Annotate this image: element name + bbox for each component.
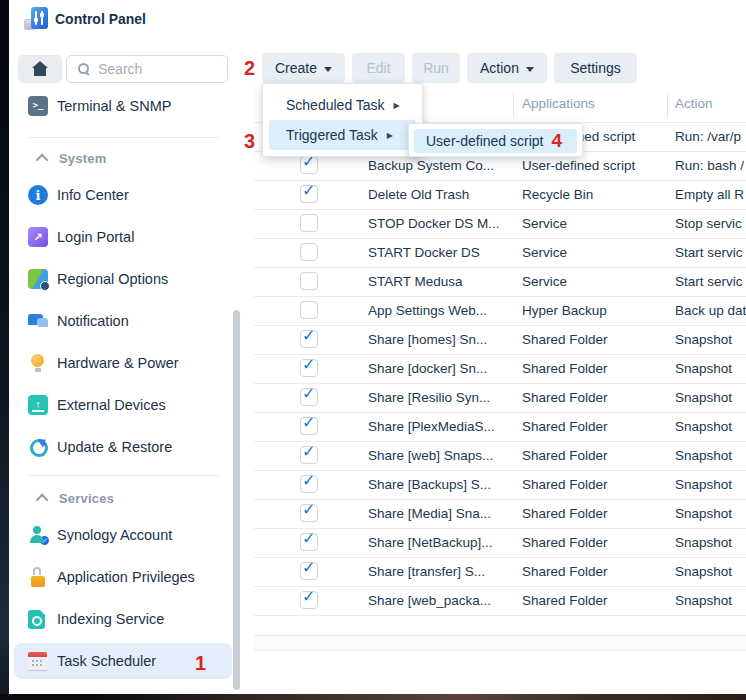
menu-item-triggered-task[interactable]: Triggered Task	[269, 120, 416, 150]
checkbox-checked[interactable]	[300, 591, 318, 609]
sidebar-item-label: Update & Restore	[57, 439, 172, 455]
settings-button[interactable]: Settings	[554, 53, 637, 83]
applications-cell: Shared Folder	[522, 470, 668, 499]
checkbox-checked[interactable]	[300, 533, 318, 551]
control-panel-icon	[24, 7, 48, 31]
table-row[interactable]: Share [NetBackup]...Shared FolderSnapsho…	[254, 528, 746, 558]
edit-button: Edit	[352, 53, 405, 83]
checkbox-checked[interactable]	[300, 417, 318, 435]
column-separator	[667, 93, 668, 117]
sidebar-section-system[interactable]: System	[9, 148, 246, 168]
annotation-2: 2	[244, 58, 255, 78]
menu-item-scheduled-task[interactable]: Scheduled Task	[269, 90, 416, 120]
table-row[interactable]: Share [transfer] S...Shared FolderSnapsh…	[254, 557, 746, 587]
checkbox-checked[interactable]	[300, 562, 318, 580]
external-devices-icon	[28, 395, 48, 415]
task-name-cell: START Docker DS	[368, 238, 516, 267]
checkbox-checked[interactable]	[300, 359, 318, 377]
table-row[interactable]: START MedusaServiceStart servic	[254, 267, 746, 297]
table-row[interactable]: Share [PlexMediaS...Shared FolderSnapsho…	[254, 412, 746, 442]
checkbox-checked[interactable]	[300, 156, 318, 174]
table-row[interactable]: START Docker DSServiceStart servic	[254, 238, 746, 268]
sidebar-item-notification[interactable]: Notification	[9, 304, 246, 338]
create-button[interactable]: Create	[262, 53, 345, 83]
action-cell: Snapshot	[675, 470, 732, 499]
sidebar-item-label: Application Privileges	[57, 569, 195, 585]
sidebar-item-hardware-power[interactable]: Hardware & Power	[9, 346, 246, 380]
sidebar-item-label: Login Portal	[57, 229, 134, 245]
titlebar: Control Panel	[9, 0, 746, 39]
section-label: System	[59, 151, 106, 166]
sidebar-item-indexing-service[interactable]: Indexing Service	[9, 602, 246, 636]
task-name-cell: Share [Resilio Syn...	[368, 383, 516, 412]
checkbox-unchecked[interactable]	[300, 243, 318, 261]
sidebar-item-regional-options[interactable]: Regional Options	[9, 262, 246, 296]
action-cell: Empty all R	[675, 180, 744, 209]
table-row[interactable]: Share [docker] Sn...Shared FolderSnapsho…	[254, 354, 746, 384]
indexing-service-icon	[28, 610, 45, 629]
sidebar-item-synology-account[interactable]: Synology Account	[9, 518, 246, 552]
table-row[interactable]: STOP Docker DS M...ServiceStop servic	[254, 209, 746, 239]
table-row[interactable]: Delete Old TrashRecycle BinEmpty all R	[254, 180, 746, 210]
button-label: Create	[275, 60, 317, 76]
menu-item-user-defined-script[interactable]: User-defined script 4	[414, 129, 577, 153]
column-header-action[interactable]: Action	[675, 96, 713, 111]
sidebar-section-services[interactable]: Services	[9, 488, 246, 508]
regional-options-icon	[28, 269, 48, 289]
table-row[interactable]: Share [Media] Sna...Shared FolderSnapsho…	[254, 499, 746, 529]
button-label: Run	[423, 60, 449, 76]
chevron-up-icon	[36, 153, 49, 166]
table-row[interactable]: Share [Resilio Syn...Shared FolderSnapsh…	[254, 383, 746, 413]
checkbox-unchecked[interactable]	[300, 214, 318, 232]
checkbox-checked[interactable]	[300, 446, 318, 464]
sidebar-section-divider	[27, 475, 219, 476]
sidebar-item-info-center[interactable]: Info Center	[9, 178, 246, 212]
checkbox-checked[interactable]	[300, 330, 318, 348]
checkbox-checked[interactable]	[300, 475, 318, 493]
button-label: Action	[480, 60, 519, 76]
table-row[interactable]: Share [web] Snaps...Shared FolderSnapsho…	[254, 441, 746, 471]
sidebar-item-application-privileges[interactable]: Application Privileges	[9, 560, 246, 594]
button-label: Settings	[570, 60, 621, 76]
applications-cell: Service	[522, 238, 668, 267]
task-name-cell: Share [web] Snaps...	[368, 441, 516, 470]
sidebar-item-label: Regional Options	[57, 271, 168, 287]
sidebar-item-label: Terminal & SNMP	[57, 98, 171, 114]
sidebar-item-login-portal[interactable]: Login Portal	[9, 220, 246, 254]
column-separator	[513, 93, 514, 117]
checkbox-checked[interactable]	[300, 388, 318, 406]
applications-cell: Hyper Backup	[522, 296, 668, 325]
annotation-4: 4	[552, 130, 563, 152]
checkbox-checked[interactable]	[300, 185, 318, 203]
home-button[interactable]	[18, 55, 62, 83]
home-icon	[34, 68, 46, 76]
applications-cell: Shared Folder	[522, 383, 668, 412]
checkbox-unchecked[interactable]	[300, 301, 318, 319]
sidebar-section-divider	[27, 137, 219, 138]
task-name-cell: STOP Docker DS M...	[368, 209, 516, 238]
checkbox-checked[interactable]	[300, 504, 318, 522]
create-dropdown-menu: Scheduled TaskTriggered Task	[262, 83, 423, 157]
column-header-applications[interactable]: Applications	[522, 96, 595, 111]
table-row[interactable]: Share [Backups] S...Shared FolderSnapsho…	[254, 470, 746, 500]
action-cell: Snapshot	[675, 325, 732, 354]
action-cell: Start servic	[675, 238, 743, 267]
action-cell: Snapshot	[675, 528, 732, 557]
sidebar-item-terminal-snmp[interactable]: Terminal & SNMP	[9, 89, 246, 123]
update-restore-icon	[28, 437, 48, 457]
action-cell: Snapshot	[675, 383, 732, 412]
search-input[interactable]	[96, 60, 210, 78]
table-row[interactable]: Share [web_packa...Shared FolderSnapshot	[254, 586, 746, 616]
checkbox-unchecked[interactable]	[300, 272, 318, 290]
sidebar-item-task-scheduler[interactable]: Task Scheduler	[9, 644, 246, 678]
table-row[interactable]: App Settings Web...Hyper BackupBack up d…	[254, 296, 746, 326]
search-box[interactable]	[66, 55, 228, 83]
toolbar: CreateEditRunActionSettings	[262, 53, 637, 83]
application-privileges-icon	[28, 567, 48, 587]
sidebar-item-external-devices[interactable]: External Devices	[9, 388, 246, 422]
table-row[interactable]: Share [homes] Sn...Shared FolderSnapshot	[254, 325, 746, 355]
chevron-down-icon	[526, 67, 534, 72]
sidebar-item-update-restore[interactable]: Update & Restore	[9, 430, 246, 464]
task-scheduler-icon	[28, 652, 48, 670]
action-button[interactable]: Action	[467, 53, 547, 83]
